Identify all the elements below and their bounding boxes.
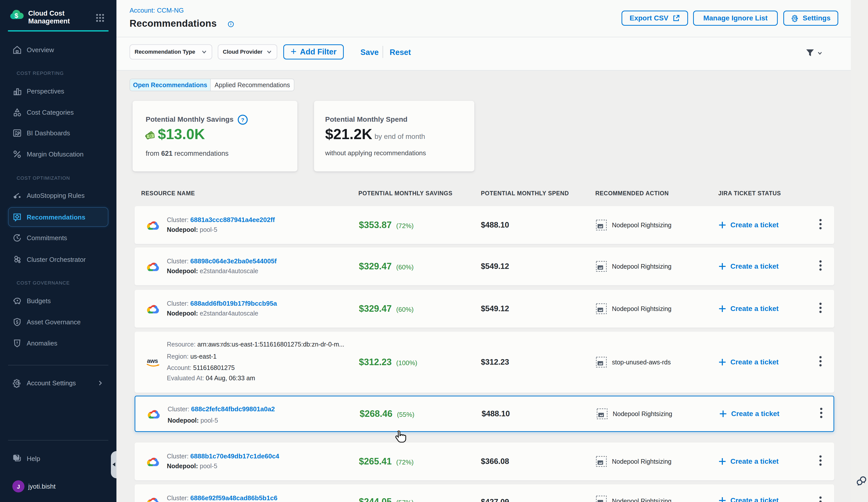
- svg-text:J: J: [17, 484, 20, 490]
- svg-text:?: ?: [241, 117, 245, 123]
- svg-text:$: $: [14, 12, 18, 19]
- svg-text:aws: aws: [147, 357, 158, 364]
